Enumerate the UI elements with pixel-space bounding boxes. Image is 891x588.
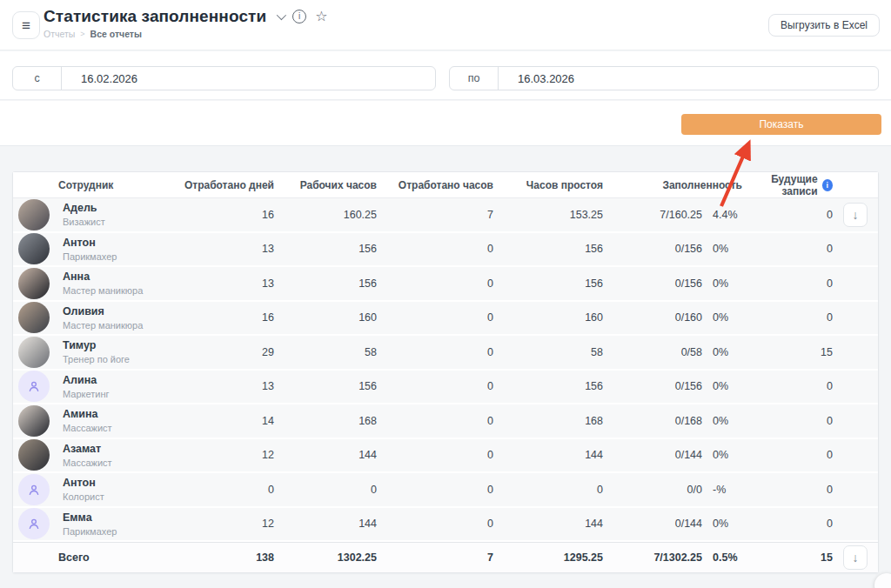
worked-hours-value: 0 [377, 415, 493, 427]
future-records-value: 15 [742, 346, 833, 358]
person-icon [26, 482, 42, 498]
future-records-info-icon[interactable]: i [822, 179, 833, 191]
table-row: Емма Парикмахер 12 144 0 144 0/144 0% 0 … [13, 508, 878, 543]
fill-fraction: 0/58 [681, 346, 702, 358]
fill-fraction: 0/156 [675, 380, 702, 392]
worked-days-value: 13 [168, 380, 274, 392]
employee-name: Анна [63, 271, 143, 283]
column-idle-hours: Часов простоя [493, 179, 603, 191]
employee-name: Оливия [63, 305, 143, 317]
table-row: Антон Парикмахер 13 156 0 156 0/156 0% 0… [13, 233, 878, 268]
filter-bar: с 16.02.2026 по 16.03.2026 [0, 51, 891, 100]
employee-role: Мастер маникюра [63, 285, 143, 296]
column-worked-days: Отработано дней [168, 179, 274, 191]
idle-hours-value: 160 [493, 311, 603, 324]
fill-fraction: 0/168 [675, 415, 702, 427]
chat-widget[interactable] [874, 573, 891, 588]
sidebar-menu-button[interactable]: ≡ [12, 11, 40, 39]
working-hours-value: 144 [274, 518, 377, 530]
column-employee: Сотрудник [13, 179, 168, 191]
avatar [18, 405, 50, 437]
action-bar: Показать [0, 101, 891, 146]
future-records-value: 0 [742, 311, 833, 324]
worked-days-value: 29 [168, 346, 274, 358]
employee-name: Емма [63, 511, 117, 524]
working-hours-value: 160.25 [274, 209, 377, 221]
fill-percent: 0% [702, 311, 742, 324]
export-excel-button[interactable]: Выгрузить в Excel [768, 14, 880, 37]
idle-hours-value: 156 [493, 243, 603, 255]
table-row: Адель Визажист 16 160.25 7 153.25 7/160.… [13, 198, 878, 233]
fill-fraction: 0/160 [675, 311, 702, 324]
employee-role: Маркетинг [63, 389, 109, 399]
worked-days-value: 14 [168, 415, 274, 427]
working-hours-value: 156 [274, 243, 377, 255]
breadcrumb: Отчеты > Все отчеты [44, 29, 328, 39]
page-title: Статистика заполненности [44, 7, 266, 26]
chevron-down-icon[interactable] [277, 10, 286, 20]
total-idle-hours: 1295.25 [493, 551, 603, 564]
fill-percent: 0% [702, 380, 742, 392]
worked-days-value: 12 [168, 449, 274, 461]
total-label: Всего [18, 551, 90, 564]
show-button[interactable]: Показать [681, 114, 881, 135]
breadcrumb-separator: > [80, 30, 84, 38]
fill-fraction: 0/144 [675, 449, 702, 461]
avatar [18, 233, 50, 264]
employee-role: Массажист [63, 458, 112, 468]
info-icon[interactable]: i [292, 10, 306, 23]
table-footer-row: Всего 138 1302.25 7 1295.25 7/1302.25 0.… [13, 542, 878, 572]
employee-role: Массажист [63, 423, 112, 433]
avatar [18, 508, 50, 539]
table-body: Адель Визажист 16 160.25 7 153.25 7/160.… [13, 198, 878, 542]
employee-role: Тренер по йоге [63, 354, 130, 364]
employee-name: Азамат [63, 443, 112, 455]
top-bar: ≡ Статистика заполненности i ☆ Отчеты > … [0, 0, 891, 50]
total-fill-percent: 0.5% [702, 551, 742, 564]
table-row: Амина Массажист 14 168 0 168 0/168 0% 0 … [13, 404, 878, 439]
breadcrumb-all-reports[interactable]: Все отчеты [90, 29, 142, 39]
employee-name: Антон [63, 237, 117, 249]
fill-fraction: 0/0 [687, 484, 702, 496]
worked-days-value: 0 [168, 484, 274, 496]
future-records-value: 0 [742, 277, 833, 290]
fill-fraction: 0/144 [675, 518, 702, 530]
working-hours-value: 58 [274, 346, 377, 358]
download-total-button[interactable]: ↓ [843, 545, 868, 570]
worked-days-value: 12 [168, 518, 274, 530]
avatar [18, 337, 50, 368]
column-working-hours: Рабочих часов [274, 179, 377, 191]
column-worked-hours: Отработано часов [377, 179, 493, 191]
hamburger-icon: ≡ [22, 18, 30, 33]
future-records-value: 0 [742, 484, 833, 496]
date-from-input[interactable]: с 16.02.2026 [12, 66, 436, 90]
working-hours-value: 0 [274, 484, 377, 496]
table-row: Алина Маркетинг 13 156 0 156 0/156 0% 0 … [13, 371, 878, 405]
fill-fraction: 0/156 [675, 277, 702, 290]
title-block: Статистика заполненности i ☆ Отчеты > Вс… [44, 7, 328, 39]
download-icon: ↓ [853, 551, 859, 564]
total-worked-days: 138 [168, 551, 274, 564]
column-future-records: Будущие записи [742, 173, 818, 197]
date-from-label: с [13, 67, 62, 90]
date-to-input[interactable]: по 16.03.2026 [449, 66, 879, 90]
person-icon [26, 378, 42, 394]
table-row: Анна Мастер маникюра 13 156 0 156 0/156 … [13, 267, 878, 302]
fill-percent: 0% [702, 346, 742, 358]
star-icon[interactable]: ☆ [315, 10, 327, 23]
idle-hours-value: 0 [493, 484, 603, 496]
fill-percent: 0% [702, 518, 742, 530]
fill-percent: 0% [702, 277, 742, 290]
date-from-value: 16.02.2026 [62, 67, 137, 90]
total-fill-fraction: 7/1302.25 [653, 551, 702, 564]
future-records-value: 0 [742, 209, 833, 221]
worked-hours-value: 0 [377, 380, 493, 392]
fill-percent: 0% [702, 243, 742, 255]
download-icon: ↓ [853, 209, 859, 221]
fill-percent: 0% [702, 449, 742, 461]
total-future-records: 15 [742, 551, 833, 564]
idle-hours-value: 144 [493, 518, 603, 530]
download-row-button[interactable]: ↓ [843, 203, 868, 227]
future-records-value: 0 [742, 243, 833, 255]
breadcrumb-reports[interactable]: Отчеты [44, 29, 75, 39]
